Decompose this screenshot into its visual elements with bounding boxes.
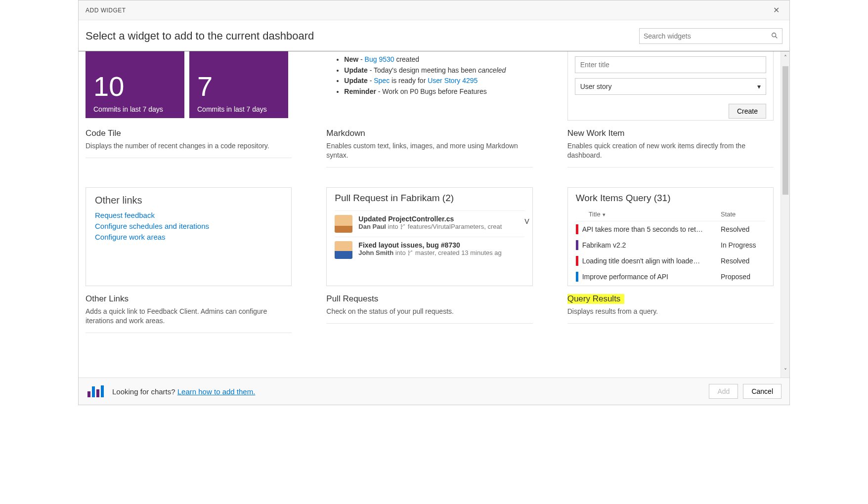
status-bar xyxy=(576,240,578,250)
code-tile-1: 10 Commits in last 7 days xyxy=(86,51,184,118)
status-bar xyxy=(576,272,578,282)
status-bar xyxy=(576,256,578,266)
svg-line-1 xyxy=(776,36,778,38)
pr-heading: Pull Request in Fabrikam (2) xyxy=(335,193,524,204)
learn-charts-link[interactable]: Learn how to add them. xyxy=(177,387,256,396)
widget-new-work-item[interactable]: User story ▾ Create New Work Item Enable… xyxy=(567,51,774,168)
widget-desc: Displays the number of recent changes in… xyxy=(86,141,292,158)
tile-label: Commits in last 7 days xyxy=(197,105,280,113)
svg-point-0 xyxy=(772,33,776,37)
vertical-scrollbar[interactable]: ˄ ˅ xyxy=(781,51,789,378)
dialog-footer: Looking for charts? Learn how to add the… xyxy=(79,378,789,405)
query-row-title: Improve performance of API xyxy=(582,273,721,281)
widget-desc: Check on the status of your pull request… xyxy=(326,307,532,324)
widget-gallery[interactable]: 10 Commits in last 7 days 7 Commits in l… xyxy=(79,51,781,378)
pr-row: Updated ProjectController.cs Dan Paul in… xyxy=(335,210,524,237)
add-button[interactable]: Add xyxy=(709,384,738,399)
pr-title: Fixed layout issues, bug #8730 xyxy=(358,241,524,249)
query-row: Improve performance of APIProposed xyxy=(576,269,765,285)
query-row: Fabrikam v2.2In Progress xyxy=(576,237,765,253)
tile-value: 10 xyxy=(93,73,176,100)
select-value: User story xyxy=(580,83,612,90)
widget-desc: Enables quick creation of new work items… xyxy=(567,141,774,168)
link-configure-work-areas[interactable]: Configure work areas xyxy=(95,233,282,241)
search-input[interactable] xyxy=(644,32,771,40)
status-bar xyxy=(576,224,578,234)
header-heading: Select a widget to add to the current da… xyxy=(86,30,314,42)
link-request-feedback[interactable]: Request feedback xyxy=(95,211,282,219)
code-tile-2: 7 Commits in last 7 days xyxy=(189,51,288,118)
tile-label: Commits in last 7 days xyxy=(93,105,176,113)
chart-icon xyxy=(87,384,106,398)
dialog-header: Select a widget to add to the current da… xyxy=(79,20,789,51)
svg-rect-5 xyxy=(101,385,104,397)
avatar-icon xyxy=(335,215,352,233)
query-row-state: Proposed xyxy=(721,273,765,281)
query-row: Loading title doesn't align with loade…R… xyxy=(576,253,765,269)
widget-markdown[interactable]: New - Bug 9530 created Update - Today's … xyxy=(326,51,532,168)
other-links-heading: Other links xyxy=(95,195,282,206)
widget-title: Other Links xyxy=(86,294,292,304)
query-heading: Work Items Query (31) xyxy=(576,193,765,204)
widget-title: Query Results xyxy=(567,294,625,304)
branch-icon xyxy=(400,224,406,230)
widget-code-tile[interactable]: 10 Commits in last 7 days 7 Commits in l… xyxy=(86,51,292,168)
svg-rect-3 xyxy=(92,386,95,397)
query-row-title: API takes more than 5 seconds to ret… xyxy=(582,225,721,233)
branch-icon xyxy=(407,250,413,256)
footer-text: Looking for charts? xyxy=(112,387,177,396)
search-input-wrapper[interactable] xyxy=(639,28,782,44)
query-row-title: Loading title doesn't align with loade… xyxy=(582,257,721,265)
widget-desc: Displays results from a query. xyxy=(567,307,774,324)
widget-other-links[interactable]: Other links Request feedback Configure s… xyxy=(86,187,292,333)
widget-pull-requests[interactable]: Pull Request in Fabrikam (2) V Updated P… xyxy=(326,187,532,333)
cancel-button[interactable]: Cancel xyxy=(743,384,781,399)
pr-title: Updated ProjectController.cs xyxy=(358,215,524,223)
query-row-state: Resolved xyxy=(721,257,765,265)
close-icon[interactable]: ✕ xyxy=(770,3,782,17)
widget-title: Pull Requests xyxy=(326,294,532,304)
chevron-down-icon: ▾ xyxy=(757,83,761,90)
widget-title: New Work Item xyxy=(567,128,774,138)
query-columns: Title▾ State xyxy=(576,209,765,221)
sort-indicator-icon: ▾ xyxy=(603,211,606,217)
create-button[interactable]: Create xyxy=(729,104,766,119)
truncated-char: V xyxy=(524,217,529,225)
svg-rect-2 xyxy=(87,391,90,397)
scroll-up-icon[interactable]: ˄ xyxy=(784,51,787,64)
titlebar: ADD WIDGET ✕ xyxy=(79,0,789,20)
scrollbar-thumb[interactable] xyxy=(782,66,788,195)
work-item-title-input[interactable] xyxy=(575,56,766,73)
query-row: API takes more than 5 seconds to ret…Res… xyxy=(576,221,765,237)
add-widget-dialog: ADD WIDGET ✕ Select a widget to add to t… xyxy=(78,0,790,405)
query-row-title: Fabrikam v2.2 xyxy=(582,241,721,249)
scroll-down-icon[interactable]: ˅ xyxy=(784,365,787,378)
query-row-state: In Progress xyxy=(721,241,765,249)
markdown-list: New - Bug 9530 created Update - Today's … xyxy=(326,51,532,97)
dialog-body: 10 Commits in last 7 days 7 Commits in l… xyxy=(79,51,789,378)
avatar-icon xyxy=(335,241,352,259)
widget-query-results[interactable]: Work Items Query (31) Title▾ State API t… xyxy=(567,187,774,333)
svg-rect-4 xyxy=(96,389,99,397)
widget-desc: Enables custom text, links, images, and … xyxy=(326,141,532,168)
widget-title: Code Tile xyxy=(86,128,292,138)
search-icon xyxy=(771,32,778,41)
query-row-state: Resolved xyxy=(721,225,765,233)
pr-row: Fixed layout issues, bug #8730 John Smit… xyxy=(335,237,524,263)
link-configure-schedules[interactable]: Configure schedules and iterations xyxy=(95,222,282,230)
work-item-type-select[interactable]: User story ▾ xyxy=(575,78,766,95)
dialog-title: ADD WIDGET xyxy=(86,7,126,14)
tile-value: 7 xyxy=(197,73,280,100)
widget-title: Markdown xyxy=(326,128,532,138)
widget-desc: Adds a quick link to Feedback Client. Ad… xyxy=(86,307,292,333)
